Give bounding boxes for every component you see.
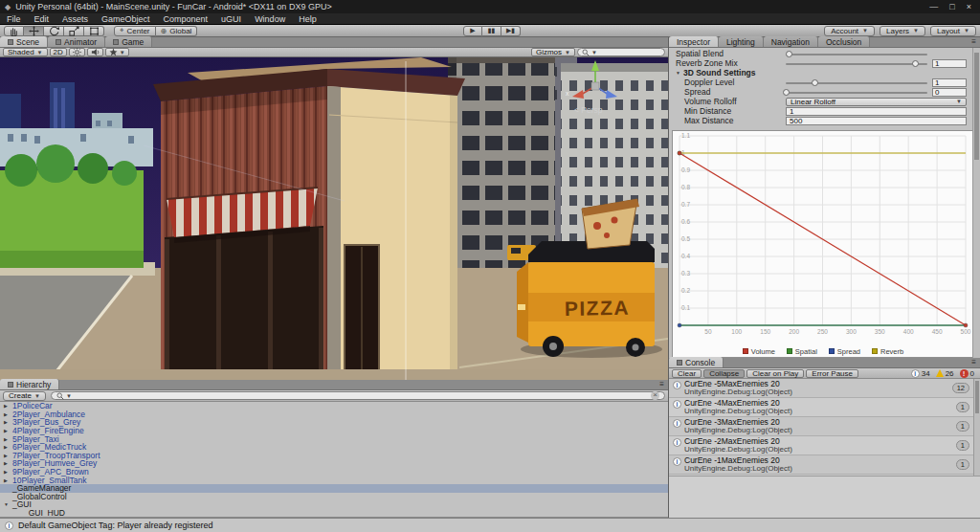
curve-handle[interactable] [964, 323, 968, 327]
menu-assets[interactable]: Assets [56, 13, 95, 25]
pause-button[interactable]: ▮▮ [482, 26, 501, 36]
step-button[interactable]: ▶▮ [501, 26, 521, 36]
slider-knob[interactable] [812, 79, 818, 86]
tab-occlusion[interactable]: Occlusion [818, 36, 870, 47]
foldout-right-icon[interactable]: ▶ [4, 436, 12, 442]
foldout-right-icon[interactable]: ▶ [4, 477, 12, 483]
console-collapse-button[interactable]: Collapse [703, 369, 745, 378]
curve-handle[interactable] [678, 151, 681, 155]
layers-dropdown[interactable]: Layers▼ [880, 26, 925, 36]
panel-menu-icon[interactable]: ≡ [659, 379, 664, 389]
console-entry[interactable]: iCurEne -5MaxEnemies 20UnityEngine.Debug… [669, 379, 980, 398]
hierarchy-item[interactable]: _GUI_HUD [0, 509, 668, 518]
hierarchy-item[interactable]: ▼_GUI [0, 500, 668, 509]
hierarchy-item[interactable]: _GameManager [0, 484, 668, 493]
slider-knob[interactable] [783, 89, 790, 96]
spread-field[interactable]: 0 [932, 88, 967, 97]
console-entry[interactable]: iCurEne -2MaxEnemies 20UnityEngine.Debug… [669, 436, 980, 455]
legend-item-reverb[interactable]: Reverb [872, 347, 903, 356]
menu-gameobject[interactable]: GameObject [95, 13, 157, 25]
maximize-button[interactable]: □ [949, 2, 954, 11]
foldout-right-icon[interactable]: ▶ [4, 469, 12, 475]
foldout-right-icon[interactable]: ▶ [4, 419, 12, 425]
pivot-toggle-button[interactable]: ⌖Center [114, 26, 156, 36]
foldout-down-icon[interactable]: ▼ [4, 501, 12, 507]
lighting-toggle-button[interactable] [69, 48, 85, 56]
reverb-zone-mix-field[interactable]: 1 [932, 59, 967, 68]
tab-animator[interactable]: Animator [48, 36, 105, 47]
tab-console[interactable]: Console [669, 357, 724, 367]
play-button[interactable]: ▶ [463, 26, 482, 36]
legend-item-spread[interactable]: Spread [829, 347, 860, 356]
min-distance-field[interactable]: 1 [786, 107, 967, 116]
error-count-toggle[interactable]: !0 [960, 369, 974, 378]
spatial-blend-slider[interactable] [786, 50, 927, 57]
scale-tool-button[interactable] [64, 26, 84, 36]
hierarchy-item[interactable]: ▶3Player_Bus_Grey [0, 418, 668, 427]
hierarchy-search-input[interactable]: ▼ × [51, 391, 665, 400]
scrollbar-thumb[interactable] [975, 381, 979, 413]
menu-file[interactable]: File [0, 13, 28, 25]
curve-handle[interactable] [678, 323, 681, 327]
console-scrollbar[interactable] [973, 379, 980, 476]
draw-mode-dropdown[interactable]: Shaded▼ [3, 48, 48, 56]
foldout-right-icon[interactable]: ▶ [4, 403, 12, 409]
reverb-zone-mix-slider[interactable] [786, 59, 927, 67]
foldout-right-icon[interactable]: ▶ [4, 444, 12, 450]
volume-rolloff-graph[interactable]: 1.110.90.80.70.60.50.40.30.20.1501001502… [672, 130, 974, 358]
console-clear-on-play-button[interactable]: Clear on Play [746, 369, 804, 378]
gizmo-center-cube[interactable] [591, 82, 599, 90]
hierarchy-item[interactable]: _GlobalControl [0, 493, 668, 501]
legend-item-volume[interactable]: Volume [743, 347, 775, 356]
persp-label[interactable]: < Persp [574, 105, 603, 115]
hierarchy-item[interactable]: ▶4Player_FireEngine [0, 427, 668, 435]
status-bar[interactable]: i Default GameObject Tag: Player already… [0, 518, 980, 532]
menu-edit[interactable]: Edit [28, 13, 56, 25]
hierarchy-item[interactable]: ▶5Player_Taxi [0, 434, 668, 443]
account-dropdown[interactable]: Account▼ [824, 26, 875, 36]
minimize-button[interactable]: — [929, 2, 938, 11]
tab-inspector[interactable]: Inspector [669, 36, 719, 47]
gizmos-dropdown[interactable]: Gizmos▼ [531, 48, 575, 56]
doppler-level-field[interactable]: 1 [932, 78, 967, 87]
2d-toggle-button[interactable]: 2D [50, 48, 67, 56]
legend-item-spatial[interactable]: Spatial [787, 347, 817, 356]
doppler-level-slider[interactable] [786, 78, 927, 86]
tab-navigation[interactable]: Navigation [764, 36, 818, 47]
hierarchy-item[interactable]: ▶2Player_Ambulance [0, 410, 668, 419]
hierarchy-item[interactable]: ▶1PoliceCar [0, 402, 668, 410]
tab-hierarchy[interactable]: Hierarchy [0, 379, 59, 389]
console-error-pause-button[interactable]: Error Pause [806, 369, 858, 378]
menu-ugui[interactable]: uGUI [214, 13, 248, 25]
menu-help[interactable]: Help [292, 13, 323, 25]
panel-menu-icon[interactable]: ≡ [971, 36, 976, 47]
rotate-tool-button[interactable] [44, 26, 64, 36]
hand-tool-button[interactable] [4, 26, 24, 36]
scene-search-input[interactable]: ▼ [577, 48, 665, 56]
console-clear-button[interactable]: Clear [672, 369, 702, 378]
slider-knob[interactable] [912, 60, 919, 67]
console-entry[interactable]: iCurEne -1MaxEnemies 20UnityEngine.Debug… [669, 455, 980, 475]
hierarchy-item[interactable]: ▶10Player_SmallTank [0, 476, 668, 484]
max-distance-field[interactable]: 500 [786, 117, 967, 125]
foldout-down-icon[interactable]: ▼ [676, 70, 680, 76]
create-dropdown-button[interactable]: Create▼ [3, 391, 46, 401]
layout-dropdown[interactable]: Layout▼ [930, 26, 976, 36]
hierarchy-item[interactable]: ▶9Player_APC_Brown [0, 468, 668, 477]
warning-count-toggle[interactable]: 26 [936, 369, 954, 378]
rolloff-curve-plot[interactable]: 1.110.90.80.70.60.50.40.30.20.1501001502… [673, 131, 973, 345]
tab-scene[interactable]: Scene [0, 36, 48, 47]
rect-tool-button[interactable] [84, 26, 104, 36]
foldout-right-icon[interactable]: ▶ [4, 411, 12, 417]
close-button[interactable]: × [967, 2, 971, 11]
info-count-toggle[interactable]: i34 [911, 369, 930, 378]
foldout-right-icon[interactable]: ▶ [4, 453, 12, 458]
foldout-right-icon[interactable]: ▶ [4, 460, 12, 466]
slider-knob[interactable] [786, 51, 792, 57]
tab-lighting[interactable]: Lighting [719, 36, 764, 47]
spread-slider[interactable] [786, 88, 927, 96]
audio-toggle-button[interactable] [87, 48, 103, 56]
hierarchy-item[interactable]: ▶8Player_Humvee_Grey [0, 459, 668, 468]
panel-menu-icon[interactable]: ≡ [971, 357, 976, 367]
3d-sound-settings-foldout[interactable]: ▼ 3D Sound Settings [669, 68, 973, 78]
